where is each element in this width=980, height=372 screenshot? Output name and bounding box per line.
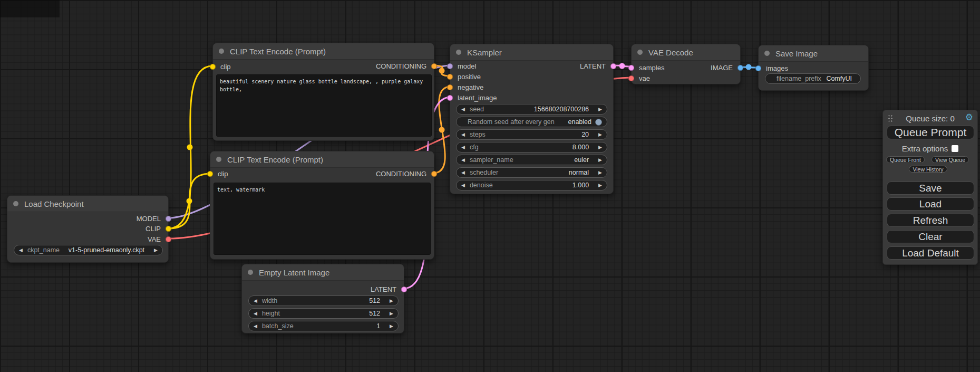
arrow-right-icon[interactable]: ▶ — [598, 158, 602, 163]
arrow-right-icon[interactable]: ▶ — [598, 107, 602, 112]
extra-options-label: Extra options — [902, 144, 948, 153]
port-output-clip[interactable]: CLIP — [145, 223, 168, 234]
latent-port-dot[interactable] — [628, 65, 634, 71]
clip-port-dot[interactable] — [210, 64, 216, 70]
model-port-dot[interactable] — [447, 63, 453, 69]
port-output-model[interactable]: MODEL — [137, 213, 168, 224]
link-dot — [746, 64, 752, 70]
view-queue-button[interactable]: View Queue — [932, 156, 969, 163]
port-output-image[interactable]: IMAGE — [711, 62, 740, 73]
node-title-bar: Save Image — [759, 45, 868, 62]
filename-prefix-widget[interactable]: filename_prefix ComfyUI — [765, 73, 861, 84]
comfyui-canvas[interactable]: Load Checkpoint MODEL CLIP VAE ◀ ckpt_na… — [0, 0, 980, 372]
clip-port-dot[interactable] — [166, 226, 171, 232]
node-save-image[interactable]: Save Image images filename_prefix ComfyU… — [758, 45, 869, 91]
negative-prompt-textarea[interactable]: text, watermark — [214, 183, 431, 255]
port-input-model[interactable]: model — [450, 61, 476, 71]
seed-widget[interactable]: ◀ seed 156680208700286 ▶ — [456, 104, 607, 115]
load-default-button[interactable]: Load Default — [887, 246, 974, 260]
port-input-latent-image[interactable]: latent_image — [450, 92, 497, 103]
image-port-dot[interactable] — [755, 65, 761, 71]
batch-size-widget[interactable]: ◀ batch_size 1 ▶ — [248, 321, 399, 331]
collapse-dot-icon[interactable] — [637, 50, 643, 55]
arrow-right-icon[interactable]: ▶ — [390, 324, 393, 329]
cfg-widget[interactable]: ◀ cfg 8.000 ▶ — [456, 142, 607, 152]
port-input-images[interactable]: images — [759, 63, 788, 73]
extra-options-checkbox[interactable] — [952, 145, 958, 152]
collapse-dot-icon[interactable] — [764, 51, 770, 56]
arrow-right-icon[interactable]: ▶ — [390, 311, 393, 316]
queue-front-button[interactable]: Queue Front — [886, 156, 925, 163]
port-output-conditioning[interactable]: CONDITIONING — [376, 61, 434, 71]
clip-port-dot[interactable] — [207, 171, 213, 177]
load-button[interactable]: Load — [887, 197, 974, 211]
toggle-enabled-icon[interactable] — [595, 119, 602, 126]
port-output-latent[interactable]: LATENT — [371, 284, 404, 294]
arrow-left-icon[interactable]: ◀ — [461, 183, 465, 188]
port-input-samples[interactable]: samples — [632, 62, 664, 73]
conditioning-port-dot[interactable] — [447, 74, 453, 80]
latent-port-dot[interactable] — [610, 63, 616, 69]
save-button[interactable]: Save — [887, 182, 974, 195]
port-input-clip[interactable]: clip — [213, 61, 231, 72]
collapse-dot-icon[interactable] — [13, 201, 18, 206]
port-input-positive[interactable]: positive — [450, 71, 481, 82]
width-widget[interactable]: ◀ width 512 ▶ — [248, 295, 399, 306]
arrow-right-icon[interactable]: ▶ — [390, 299, 393, 303]
image-port-dot[interactable] — [738, 65, 743, 71]
arrow-right-icon[interactable]: ▶ — [598, 170, 602, 175]
positive-prompt-textarea[interactable]: beautiful scenery nature glass bottle la… — [216, 74, 432, 137]
collapse-dot-icon[interactable] — [248, 270, 253, 275]
arrow-left-icon[interactable]: ◀ — [19, 248, 23, 253]
port-output-conditioning[interactable]: CONDITIONING — [376, 168, 434, 179]
random-seed-toggle-widget[interactable]: Random seed after every gen enabled — [456, 117, 607, 127]
port-input-vae[interactable]: vae — [632, 73, 650, 83]
arrow-left-icon[interactable]: ◀ — [461, 158, 465, 163]
arrow-left-icon[interactable]: ◀ — [254, 324, 257, 329]
collapse-dot-icon[interactable] — [219, 49, 224, 54]
port-input-clip[interactable]: clip — [210, 168, 228, 179]
conditioning-port-dot[interactable] — [431, 171, 437, 177]
latent-port-dot[interactable] — [401, 287, 407, 292]
collapse-dot-icon[interactable] — [456, 50, 461, 55]
sampler-name-widget[interactable]: ◀ sampler_name euler ▶ — [456, 155, 607, 165]
port-input-negative[interactable]: negative — [450, 82, 483, 92]
node-empty-latent-image[interactable]: Empty Latent Image LATENT ◀ width 512 ▶ … — [241, 264, 404, 333]
arrow-right-icon[interactable]: ▶ — [598, 145, 602, 150]
scheduler-widget[interactable]: ◀ scheduler normal ▶ — [456, 167, 607, 178]
view-history-button[interactable]: View History — [909, 166, 947, 173]
node-clip-text-encode-positive[interactable]: CLIP Text Encode (Prompt) clip CONDITION… — [212, 43, 434, 141]
conditioning-port-dot[interactable] — [431, 63, 437, 69]
port-output-vae[interactable]: VAE — [148, 234, 168, 244]
vae-port-dot[interactable] — [166, 236, 171, 242]
conditioning-port-dot[interactable] — [447, 84, 453, 90]
vae-port-dot[interactable] — [628, 75, 634, 81]
node-clip-text-encode-negative[interactable]: CLIP Text Encode (Prompt) clip CONDITION… — [210, 151, 434, 260]
latent-port-dot[interactable] — [447, 95, 453, 101]
node-vae-decode[interactable]: VAE Decode samples vae IMAGE — [631, 44, 741, 84]
clear-button[interactable]: Clear — [887, 230, 974, 243]
height-widget[interactable]: ◀ height 512 ▶ — [248, 308, 399, 319]
arrow-left-icon[interactable]: ◀ — [461, 132, 465, 137]
model-port-dot[interactable] — [166, 216, 171, 222]
arrow-left-icon[interactable]: ◀ — [254, 299, 257, 303]
collapse-dot-icon[interactable] — [216, 157, 221, 162]
refresh-button[interactable]: Refresh — [887, 214, 974, 227]
arrow-left-icon[interactable]: ◀ — [461, 145, 465, 150]
node-title: CLIP Text Encode (Prompt) — [227, 155, 323, 164]
arrow-left-icon[interactable]: ◀ — [461, 170, 465, 175]
steps-widget[interactable]: ◀ steps 20 ▶ — [456, 129, 607, 140]
gear-icon[interactable]: ⚙ — [965, 113, 973, 122]
arrow-right-icon[interactable]: ▶ — [598, 183, 602, 188]
node-ksampler[interactable]: KSampler model positive negative latent_… — [450, 44, 614, 194]
extra-options-row: Extra options — [883, 144, 977, 153]
arrow-left-icon[interactable]: ◀ — [254, 311, 257, 316]
ckpt-name-widget[interactable]: ◀ ckpt_name v1-5-pruned-emaonly.ckpt ▶ — [14, 245, 163, 255]
arrow-right-icon[interactable]: ▶ — [598, 132, 602, 137]
queue-prompt-button[interactable]: Queue Prompt — [887, 126, 974, 139]
arrow-left-icon[interactable]: ◀ — [461, 107, 465, 112]
node-load-checkpoint[interactable]: Load Checkpoint MODEL CLIP VAE ◀ ckpt_na… — [7, 195, 169, 263]
denoise-widget[interactable]: ◀ denoise 1.000 ▶ — [456, 180, 607, 190]
arrow-right-icon[interactable]: ▶ — [154, 248, 158, 253]
port-output-latent[interactable]: LATENT — [580, 61, 613, 71]
